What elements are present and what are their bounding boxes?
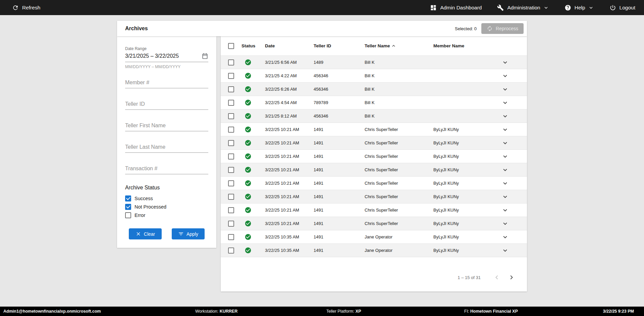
- cell-teller-name: Bill K: [365, 73, 433, 78]
- row-checkbox[interactable]: [228, 113, 234, 119]
- logout-button[interactable]: Logout: [609, 4, 635, 11]
- cell-member-name: ByLyJI KUNy: [433, 208, 483, 213]
- not-processed-checkbox[interactable]: [125, 204, 131, 210]
- cell-teller-id: 1491: [314, 140, 365, 145]
- sort-ascending-icon: [391, 43, 396, 49]
- row-checkbox[interactable]: [228, 207, 234, 213]
- row-expand-button[interactable]: [500, 111, 510, 121]
- row-expand-button[interactable]: [500, 57, 510, 67]
- row-checkbox[interactable]: [228, 167, 234, 173]
- admin-dashboard-label: Admin Dashboard: [440, 5, 482, 11]
- cell-date: 3/22/25 10:21 AM: [265, 167, 314, 172]
- calendar-picker-button[interactable]: [202, 53, 208, 59]
- cell-teller-id: 1489: [314, 60, 365, 65]
- row-checkbox[interactable]: [228, 73, 234, 79]
- refresh-button[interactable]: Refresh: [12, 4, 40, 11]
- status-success-icon: [245, 233, 252, 240]
- column-header-teller-id[interactable]: Teller ID: [314, 43, 365, 48]
- row-expand-button[interactable]: [500, 232, 510, 242]
- row-checkbox[interactable]: [228, 221, 234, 227]
- row-checkbox[interactable]: [228, 59, 234, 65]
- cell-member-name: ByLyJI KUNy: [433, 154, 483, 159]
- row-expand-button[interactable]: [500, 84, 510, 94]
- cell-teller-name: Bill K: [365, 114, 433, 119]
- wrench-icon: [497, 4, 504, 11]
- row-expand-button[interactable]: [500, 98, 510, 108]
- cell-teller-id: 456346: [314, 114, 365, 119]
- row-expand-button[interactable]: [500, 165, 510, 175]
- calendar-icon: [202, 53, 208, 59]
- cell-teller-name: Chris SuperTeller: [365, 194, 433, 199]
- table-row: 3/22/25 10:21 AM 1491 Chris SuperTeller …: [221, 204, 527, 217]
- row-expand-button[interactable]: [500, 178, 510, 188]
- cell-teller-id: 1491: [314, 181, 365, 186]
- row-expand-button[interactable]: [500, 151, 510, 162]
- column-header-date[interactable]: Date: [265, 43, 314, 48]
- status-success-icon: [245, 86, 252, 93]
- cell-member-name: ByLyJI KUNy: [433, 127, 483, 132]
- transaction-number-input[interactable]: [125, 163, 208, 174]
- member-number-input[interactable]: [125, 77, 208, 88]
- error-checkbox[interactable]: [125, 212, 131, 218]
- status-option-not-processed[interactable]: Not Processed: [125, 204, 208, 210]
- admin-dashboard-button[interactable]: Admin Dashboard: [430, 4, 482, 11]
- select-all-checkbox[interactable]: [228, 43, 234, 49]
- row-checkbox[interactable]: [228, 194, 234, 200]
- table-row: 3/21/25 6:56 AM 1489 Bill K: [221, 56, 527, 69]
- cell-teller-name: Jane Operator: [365, 234, 433, 239]
- row-expand-button[interactable]: [500, 219, 510, 229]
- table-row: 3/22/25 10:21 AM 1491 Chris SuperTeller …: [221, 217, 527, 230]
- teller-id-input[interactable]: [125, 99, 208, 110]
- help-menu[interactable]: Help: [565, 4, 594, 11]
- row-expand-button[interactable]: [500, 245, 510, 256]
- cell-date: 3/21/25 8:12 AM: [265, 114, 314, 119]
- date-range-input[interactable]: [125, 52, 202, 60]
- table-header-row: Status Date Teller ID Teller Name Member…: [221, 36, 527, 56]
- row-checkbox[interactable]: [228, 127, 234, 133]
- table-body: 3/21/25 6:56 AM 1489 Bill K 3/21/25 4:22…: [221, 56, 527, 257]
- table-row: 3/22/25 10:21 AM 1491 Chris SuperTeller …: [221, 150, 527, 163]
- row-checkbox[interactable]: [228, 153, 234, 160]
- row-checkbox[interactable]: [228, 100, 234, 106]
- row-expand-button[interactable]: [500, 71, 510, 81]
- teller-first-name-input[interactable]: [125, 120, 208, 131]
- teller-platform-info: Teller Platform: XP: [326, 309, 464, 314]
- chevron-left-icon: [493, 273, 501, 281]
- row-checkbox[interactable]: [228, 247, 234, 254]
- cell-teller-id: 1491: [314, 248, 365, 253]
- dashboard-icon: [430, 4, 437, 11]
- table-row: 3/22/25 10:35 AM 1491 Jane Operator ByLy…: [221, 230, 527, 244]
- row-expand-button[interactable]: [500, 205, 510, 215]
- chevron-down-icon: [501, 153, 509, 160]
- success-checkbox[interactable]: [125, 195, 131, 201]
- cell-member-name: ByLyJI KUNy: [433, 221, 483, 226]
- next-page-button[interactable]: [504, 271, 519, 284]
- refresh-label: Refresh: [22, 5, 40, 11]
- row-expand-button[interactable]: [500, 192, 510, 202]
- status-option-error[interactable]: Error: [125, 212, 208, 218]
- status-success-icon: [245, 153, 252, 160]
- apply-button[interactable]: Apply: [172, 228, 205, 239]
- row-checkbox[interactable]: [228, 234, 234, 240]
- column-header-teller-name[interactable]: Teller Name: [365, 43, 433, 49]
- cell-teller-name: Bill K: [365, 100, 433, 105]
- cell-date: 3/22/25 10:21 AM: [265, 208, 314, 213]
- column-header-status[interactable]: Status: [241, 43, 265, 48]
- row-expand-button[interactable]: [500, 125, 510, 135]
- cell-date: 3/22/25 4:54 AM: [265, 100, 314, 105]
- row-checkbox[interactable]: [228, 180, 234, 186]
- filter-icon: [178, 231, 184, 237]
- teller-last-name-input[interactable]: [125, 142, 208, 153]
- row-expand-button[interactable]: [500, 138, 510, 148]
- sync-icon: [487, 26, 493, 32]
- reprocess-button[interactable]: Reprocess: [481, 23, 524, 34]
- status-option-success[interactable]: Success: [125, 195, 208, 201]
- previous-page-button[interactable]: [489, 271, 504, 284]
- chevron-down-icon: [543, 5, 549, 11]
- chevron-down-icon: [501, 99, 509, 106]
- column-header-member-name[interactable]: Member Name: [433, 43, 483, 48]
- row-checkbox[interactable]: [228, 140, 234, 146]
- row-checkbox[interactable]: [228, 86, 234, 92]
- clear-button[interactable]: Clear: [129, 228, 162, 239]
- administration-menu[interactable]: Administration: [497, 4, 549, 11]
